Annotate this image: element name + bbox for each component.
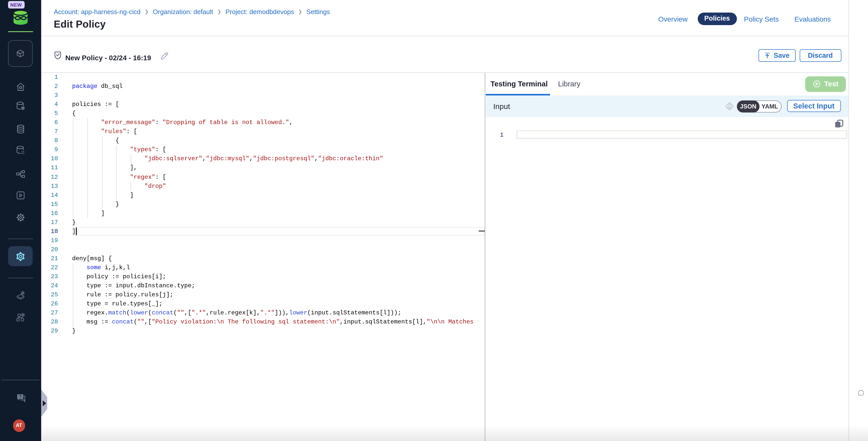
svg-text:?: ? xyxy=(19,394,21,398)
